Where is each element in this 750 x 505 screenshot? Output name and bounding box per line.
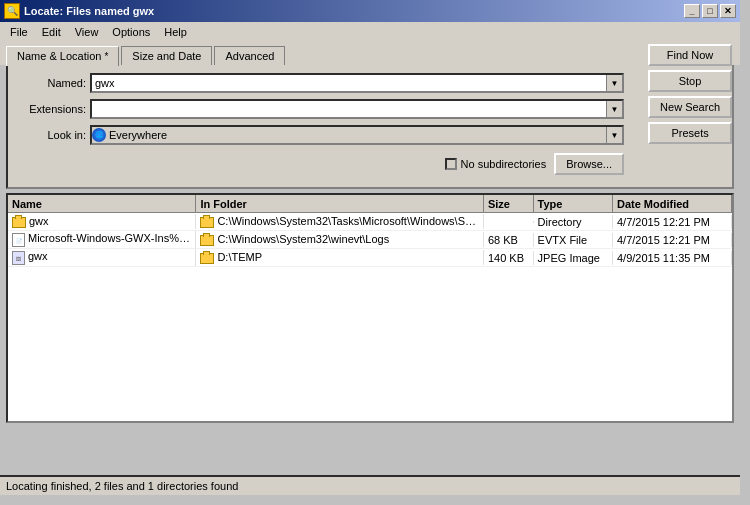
minimize-button[interactable]: _ — [684, 4, 700, 18]
row2-size: 68 KB — [484, 233, 534, 247]
row3-name: 🖼gwx — [8, 249, 196, 265]
col-header-modified[interactable]: Date Modified — [613, 195, 732, 212]
titlebar: 🔍 Locate: Files named gwx _ □ ✕ — [0, 0, 740, 22]
row3-modified: 4/9/2015 11:35 PM — [613, 251, 732, 265]
row3-size: 140 KB — [484, 251, 534, 265]
menu-help[interactable]: Help — [158, 24, 193, 40]
new-search-button[interactable]: New Search — [648, 96, 732, 118]
results-body: gwx C:\Windows\System32\Tasks\Microsoft\… — [8, 213, 732, 421]
row2-folder: C:\Windows\System32\winevt\Logs — [196, 232, 484, 247]
extensions-row: Extensions: ▼ — [16, 99, 724, 119]
row3-type: JPEG Image — [534, 251, 613, 265]
results-header: Name In Folder Size Type Date Modified — [8, 195, 732, 213]
no-subdirectories-checkbox[interactable] — [445, 158, 457, 170]
named-input-wrapper: ▼ — [90, 73, 624, 93]
jpg-icon: 🖼 — [12, 251, 25, 265]
title-icon: 🔍 — [4, 3, 20, 19]
row1-modified: 4/7/2015 12:21 PM — [613, 215, 732, 229]
extensions-dropdown-arrow[interactable]: ▼ — [606, 101, 622, 117]
titlebar-controls: _ □ ✕ — [684, 4, 736, 18]
lookin-input[interactable] — [106, 128, 622, 142]
right-buttons: Find Now Stop New Search Presets — [648, 44, 732, 144]
col-header-size[interactable]: Size — [484, 195, 534, 212]
stop-button[interactable]: Stop — [648, 70, 732, 92]
row2-type: EVTX File — [534, 233, 613, 247]
table-row[interactable]: gwx C:\Windows\System32\Tasks\Microsoft\… — [8, 213, 732, 231]
find-now-button[interactable]: Find Now — [648, 44, 732, 66]
row1-folder: C:\Windows\System32\Tasks\Microsoft\Wind… — [196, 214, 484, 229]
tab-name-location[interactable]: Name & Location — [6, 46, 119, 66]
no-subdirectories-row: No subdirectories — [445, 158, 547, 170]
lookin-label: Look in: — [16, 129, 86, 141]
extensions-input[interactable] — [92, 102, 622, 116]
folder-icon — [200, 253, 214, 264]
col-header-type[interactable]: Type — [534, 195, 613, 212]
options-row: No subdirectories Browse... — [16, 149, 624, 179]
lookin-row: Look in: 🌐 ▼ — [16, 125, 724, 145]
table-row[interactable]: 🖼gwx D:\TEMP 140 KB JPEG Image 4/9/2015 … — [8, 249, 732, 267]
table-row[interactable]: 📄Microsoft-Windows-GWX-Ins%4Operational … — [8, 231, 732, 249]
evtx-icon: 📄 — [12, 233, 25, 247]
row2-name: 📄Microsoft-Windows-GWX-Ins%4Operational — [8, 231, 196, 247]
col-header-name[interactable]: Name — [8, 195, 196, 212]
menu-options[interactable]: Options — [106, 24, 156, 40]
row1-name: gwx — [8, 214, 196, 229]
folder-icon — [200, 217, 214, 228]
row1-size — [484, 221, 534, 223]
statusbar: Locating finished, 2 files and 1 directo… — [0, 475, 740, 495]
results-area: Name In Folder Size Type Date Modified g… — [6, 193, 734, 423]
folder-icon — [12, 217, 26, 228]
browse-button[interactable]: Browse... — [554, 153, 624, 175]
no-subdirectories-label: No subdirectories — [461, 158, 547, 170]
maximize-button[interactable]: □ — [702, 4, 718, 18]
close-button[interactable]: ✕ — [720, 4, 736, 18]
menubar: File Edit View Options Help — [0, 22, 740, 42]
form-panel: Named: ▼ Extensions: ▼ Look in: 🌐 ▼ — [6, 65, 734, 189]
named-row: Named: ▼ — [16, 73, 724, 93]
tab-advanced[interactable]: Advanced — [214, 46, 285, 65]
named-dropdown-arrow[interactable]: ▼ — [606, 75, 622, 91]
lookin-dropdown-arrow[interactable]: ▼ — [606, 127, 622, 143]
tabs-area: Name & Location Size and Date Advanced — [0, 42, 740, 65]
folder-icon — [200, 235, 214, 246]
named-input[interactable] — [92, 76, 622, 90]
window-title: Locate: Files named gwx — [24, 5, 154, 17]
extensions-input-wrapper: ▼ — [90, 99, 624, 119]
tab-size-date[interactable]: Size and Date — [121, 46, 212, 65]
lookin-wrapper[interactable]: 🌐 ▼ — [90, 125, 624, 145]
menu-edit[interactable]: Edit — [36, 24, 67, 40]
row1-type: Directory — [534, 215, 613, 229]
row3-folder: D:\TEMP — [196, 250, 484, 265]
globe-icon: 🌐 — [92, 128, 106, 142]
col-header-folder[interactable]: In Folder — [196, 195, 484, 212]
status-text: Locating finished, 2 files and 1 directo… — [6, 480, 238, 492]
titlebar-left: 🔍 Locate: Files named gwx — [4, 3, 154, 19]
named-label: Named: — [16, 77, 86, 89]
menu-file[interactable]: File — [4, 24, 34, 40]
menu-view[interactable]: View — [69, 24, 105, 40]
extensions-label: Extensions: — [16, 103, 86, 115]
presets-button[interactable]: Presets — [648, 122, 732, 144]
row2-modified: 4/7/2015 12:21 PM — [613, 233, 732, 247]
